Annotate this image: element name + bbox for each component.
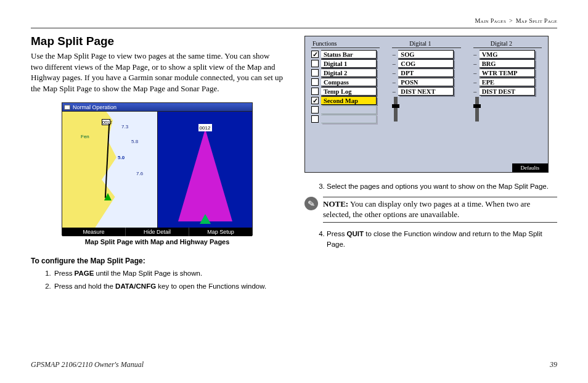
digital-option[interactable]: –DPT [392,68,460,77]
option-label[interactable]: Temp Log [321,87,377,96]
digital-option[interactable]: –DIST DEST [473,87,542,96]
page-title: Map Split Page [31,35,284,48]
page-number: 39 [550,360,557,369]
option-label[interactable] [321,115,377,123]
functions-option[interactable] [311,105,380,114]
figure-waypoint-right: 0012 [198,124,212,131]
steps-left: Press PAGE until the Map Split Page is s… [31,268,284,292]
functions-header: Functions [311,40,380,48]
steps-right-2: Press QUIT to close the Function window … [304,229,557,250]
configure-subhead: To configure the Map Split Page: [31,257,284,265]
functions-option[interactable]: Digital 1 [311,59,380,68]
option-label[interactable]: VMG [480,50,535,59]
tick-icon: – [392,51,396,58]
checkbox-icon[interactable] [311,78,319,86]
option-label[interactable]: COG [398,59,454,68]
digital1-header: Digital 1 [392,40,460,48]
softkey-hide-detail[interactable]: Hide Detail [126,228,189,236]
figure-caption: Map Split Page with Map and Highway Page… [31,238,284,245]
tick-icon: – [392,79,396,86]
checkbox-icon[interactable] [311,97,319,104]
header-rule [31,28,557,28]
slider-digital2[interactable] [475,97,479,121]
digital-option[interactable]: –DIST NEXT [392,87,460,96]
step-3: Select the pages and options you want to… [327,181,557,192]
checkbox-icon[interactable] [311,106,319,113]
tick-icon: – [392,88,396,95]
tick-icon: – [473,60,477,67]
option-label[interactable]: Digital 1 [321,59,377,68]
functions-option[interactable]: Second Map [311,96,380,105]
digital-option[interactable]: –WTR TEMP [473,68,542,77]
option-label[interactable]: POSN [398,78,454,86]
option-label[interactable]: BRG [480,59,535,68]
tick-icon: – [392,60,396,67]
checkbox-icon[interactable] [311,88,319,95]
digital2-header: Digital 2 [473,40,542,48]
breadcrumb-section: Main Pages [475,17,506,24]
option-label[interactable]: DIST NEXT [398,87,454,96]
figure-functions-window: Functions Status BarDigital 1Digital 2Co… [304,36,549,173]
checkbox-icon[interactable] [311,60,319,67]
digital-option[interactable]: –POSN [392,78,460,86]
steps-right: Select the pages and options you want to… [304,181,557,192]
page-footer: GPSMAP 2106/2110 Owner's Manual 39 [31,356,557,369]
option-label[interactable]: Compass [321,78,377,86]
option-label[interactable]: Digital 2 [321,68,377,77]
figure-title-text: Normal Operation [73,104,116,110]
step-2: Press and hold the DATA/CNFG key to open… [53,281,284,292]
option-label[interactable]: Second Map [321,96,377,105]
figure-left-pane: 0012 7.3 5.8 5.0 7.6 Fen [62,112,158,228]
tick-icon: – [473,51,477,58]
softkey-measure[interactable]: Measure [62,228,126,236]
functions-option[interactable] [311,115,380,123]
functions-option[interactable]: Status Bar [311,50,380,59]
figure-map-split: Normal Operation 0012 7.3 5.8 5.0 7.6 Fe… [62,102,253,236]
step-1: Press PAGE until the Map Split Page is s… [53,268,284,279]
tick-icon: – [473,79,477,86]
breadcrumb-page: Map Split Page [516,17,557,24]
option-label[interactable]: DIST DEST [480,87,535,96]
softkey-defaults[interactable]: Defaults [512,163,549,172]
breadcrumb: Main Pages > Map Split Page [31,17,557,24]
slider-digital1[interactable] [394,97,398,121]
note-icon: ✎ [304,197,318,210]
option-label[interactable]: EPE [480,78,535,86]
breadcrumb-sep: > [509,17,513,24]
note: ✎ NOTE: You can display only two pages a… [304,197,557,223]
digital-option[interactable]: –VMG [473,50,542,59]
boat-icon [200,214,211,224]
figure-bottom-bar: Measure Hide Detail Map Setup [62,228,252,236]
digital-option[interactable]: –BRG [473,59,542,68]
note-text: NOTE: You can display only two pages at … [323,197,557,223]
boat-icon [104,193,112,200]
tick-icon: – [392,70,396,76]
functions-option[interactable]: Temp Log [311,87,380,96]
flag-icon [64,105,70,110]
checkbox-icon[interactable] [311,51,319,58]
checkbox-icon[interactable] [311,69,319,76]
softkey-map-setup[interactable]: Map Setup [189,228,252,236]
option-label[interactable]: DPT [398,68,454,77]
checkbox-icon[interactable] [311,115,319,123]
digital-option[interactable]: –SOG [392,50,460,59]
footer-title: GPSMAP 2106/2110 Owner's Manual [31,360,144,369]
option-label[interactable] [321,105,377,114]
functions-option[interactable]: Compass [311,78,380,86]
step-4: Press QUIT to close the Function window … [327,229,557,250]
functions-option[interactable]: Digital 2 [311,68,380,77]
digital-option[interactable]: –COG [392,59,460,68]
option-label[interactable]: SOG [398,50,454,59]
figure-titlebar: Normal Operation [62,103,252,112]
option-label[interactable]: Status Bar [321,50,377,59]
tick-icon: – [473,88,477,95]
intro-paragraph: Use the Map Split Page to view two pages… [31,51,284,94]
tick-icon: – [473,70,477,76]
digital-option[interactable]: –EPE [473,78,542,86]
figure-right-pane: 0012 [158,112,252,228]
option-label[interactable]: WTR TEMP [480,68,535,77]
